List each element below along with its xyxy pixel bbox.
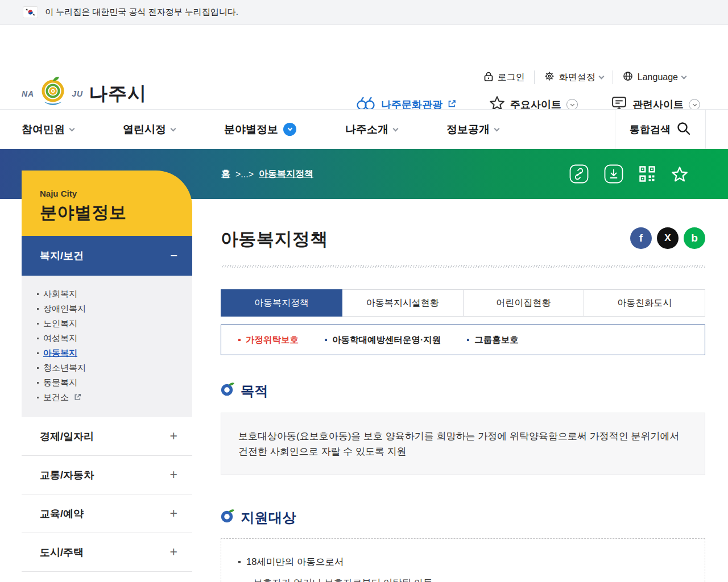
- chevron-down-icon: [69, 126, 75, 131]
- chevron-down-icon: [393, 126, 399, 131]
- expand-plus-icon: +: [170, 506, 177, 521]
- logo-na-text: NA: [22, 89, 34, 98]
- nav-item-field-info[interactable]: 분야별정보: [224, 122, 296, 137]
- expand-plus-icon: +: [170, 467, 177, 483]
- sidebar-group-city-housing[interactable]: 도시/주택 +: [22, 533, 192, 572]
- page-tool-icons: [569, 164, 688, 184]
- sidebar-group-economy[interactable]: 경제/일자리 +: [22, 417, 192, 456]
- sidebar-welfare-list: 사회복지 장애인복지 노인복지 여성복지 아동복지 청소년복지 동물복지 보건소: [22, 276, 192, 417]
- display-settings-link[interactable]: 화면설정: [534, 70, 613, 84]
- sidebar-item-disabled-welfare[interactable]: 장애인복지: [22, 301, 192, 316]
- angle-bullet-icon: ›: [246, 578, 249, 582]
- sidebar-item-senior-welfare[interactable]: 노인복지: [22, 316, 192, 331]
- sidebar-title: 분야별정보: [40, 201, 192, 225]
- nav-item-civil[interactable]: 참여민원: [22, 122, 74, 137]
- sidebar-item-social-welfare[interactable]: 사회복지: [22, 286, 192, 301]
- tab-child-friendly-city[interactable]: 아동친화도시: [584, 289, 705, 317]
- sidebar-group-welfare[interactable]: 복지/보건 −: [22, 236, 192, 276]
- chevron-down-icon: [681, 74, 687, 80]
- login-link[interactable]: 로그인: [474, 71, 534, 84]
- section-heading-purpose: 목적: [221, 381, 705, 400]
- target-subitem: › 보호자가 없거나 보호자로부터 이탈된 아동: [238, 577, 688, 582]
- breadcrumb-current-link[interactable]: 아동복지정책: [259, 168, 313, 180]
- facebook-share-icon[interactable]: f: [630, 227, 652, 249]
- bullet-icon: [238, 339, 241, 341]
- site-search-button[interactable]: 통합검색: [615, 110, 706, 149]
- utility-links: 로그인 화면설정: [474, 70, 695, 84]
- subnav-abuse-prevention-center[interactable]: 아동학대예방센터운영·지원: [325, 334, 441, 346]
- chevron-down-icon: [494, 126, 500, 131]
- logo-ju-text: JU: [72, 89, 83, 98]
- gov-banner: 이 누리집은 대한민국 공식 전자정부 누리집입니다.: [0, 0, 728, 25]
- sidebar-header: Naju City 분야별정보: [22, 171, 192, 236]
- site-logo[interactable]: NA JU 나주시: [22, 75, 147, 113]
- chevron-circle-icon: [566, 99, 578, 110]
- sidebar-group-traffic[interactable]: 교통/자동차 +: [22, 456, 192, 494]
- qr-code-icon[interactable]: [639, 165, 656, 182]
- chevron-down-icon: [598, 74, 604, 80]
- sns-share-buttons: f X b: [630, 227, 705, 249]
- favorite-star-icon[interactable]: [671, 166, 688, 182]
- breadcrumb: 홈 >...> 아동복지정책: [221, 168, 313, 180]
- chevron-circle-icon: [689, 99, 700, 110]
- section-emblem-icon: [221, 381, 235, 400]
- sidebar: Naju City 분야별정보 복지/보건 − 사회복지 장애인복지 노인복지 …: [22, 171, 192, 582]
- copy-url-icon[interactable]: [569, 164, 589, 184]
- section-heading-target: 지원대상: [221, 508, 705, 527]
- sidebar-item-youth-welfare[interactable]: 청소년복지: [22, 360, 192, 375]
- naju-emblem-icon: [35, 75, 71, 113]
- purpose-text-box: 보호대상아동(요보호아동)을 보호 양육하기를 희망하는 가정에 위탁양육함으로…: [221, 413, 705, 475]
- korea-flag-icon: [23, 6, 38, 18]
- download-icon[interactable]: [604, 164, 623, 184]
- subnav-group-home[interactable]: 그룹홈보호: [467, 334, 519, 346]
- section-emblem-icon: [221, 508, 235, 527]
- main-content: 아동복지정책 f X b 아동복지정책 아동복지시설현황 어린이집현황 아동친화…: [221, 199, 705, 582]
- expand-plus-icon: +: [170, 544, 177, 560]
- target-list-box: 18세미만의 아동으로서 › 보호자가 없거나 보호자로부터 이탈된 아동: [221, 538, 705, 582]
- subnav-foster-care[interactable]: 가정위탁보호: [238, 334, 299, 346]
- sub-navigation: 가정위탁보호 아동학대예방센터운영·지원 그룹홈보호: [221, 325, 705, 355]
- search-icon: [676, 121, 691, 139]
- sidebar-item-women-welfare[interactable]: 여성복지: [22, 331, 192, 346]
- content-tabs: 아동복지정책 아동복지시설현황 어린이집현황 아동친화도시: [221, 289, 705, 317]
- nav-item-about-naju[interactable]: 나주소개: [345, 122, 398, 137]
- collapse-minus-icon: −: [170, 248, 177, 263]
- breadcrumb-home-link[interactable]: 홈: [221, 168, 230, 180]
- sidebar-group-partial: [22, 572, 192, 582]
- square-bullet-icon: [238, 561, 241, 563]
- gov-banner-text: 이 누리집은 대한민국 공식 전자정부 누리집입니다.: [45, 7, 238, 18]
- hatched-divider: [221, 265, 705, 268]
- active-chevron-badge-icon: [283, 123, 296, 136]
- bullet-icon: [325, 339, 327, 341]
- sidebar-group-education[interactable]: 교육/예약 +: [22, 494, 192, 533]
- external-link-icon: [72, 393, 81, 402]
- band-share-icon[interactable]: b: [684, 227, 705, 249]
- tab-child-welfare-policy[interactable]: 아동복지정책: [221, 289, 342, 317]
- x-share-icon[interactable]: X: [657, 227, 679, 249]
- chevron-down-icon: [171, 126, 176, 131]
- target-item: 18세미만의 아동으로서: [238, 556, 688, 568]
- page-body: Naju City 분야별정보 복지/보건 − 사회복지 장애인복지 노인복지 …: [0, 199, 728, 582]
- sidebar-item-animal-welfare[interactable]: 동물복지: [22, 375, 192, 390]
- nav-item-info-disclosure[interactable]: 정보공개: [446, 122, 499, 137]
- main-nav: 참여민원 열린시정 분야별정보 나주소개 정보공개 통합검색: [0, 109, 728, 149]
- gear-icon: [544, 70, 555, 84]
- globe-icon: [622, 70, 634, 84]
- sidebar-item-child-welfare[interactable]: 아동복지: [22, 346, 192, 360]
- logo-city-name: 나주시: [89, 81, 147, 107]
- tab-daycare-status[interactable]: 어린이집현황: [464, 289, 585, 317]
- site-header: NA JU 나주시 로그인: [0, 25, 728, 109]
- tab-child-welfare-facilities[interactable]: 아동복지시설현황: [342, 289, 464, 317]
- sidebar-eyebrow: Naju City: [40, 189, 192, 198]
- language-link[interactable]: Language: [613, 70, 695, 84]
- expand-plus-icon: +: [170, 429, 177, 444]
- bullet-icon: [467, 339, 469, 341]
- lock-icon: [483, 71, 494, 84]
- sidebar-item-health-center[interactable]: 보건소: [22, 390, 192, 405]
- nav-item-open-admin[interactable]: 열린시정: [123, 122, 175, 137]
- breadcrumb-separator: >...>: [235, 169, 254, 179]
